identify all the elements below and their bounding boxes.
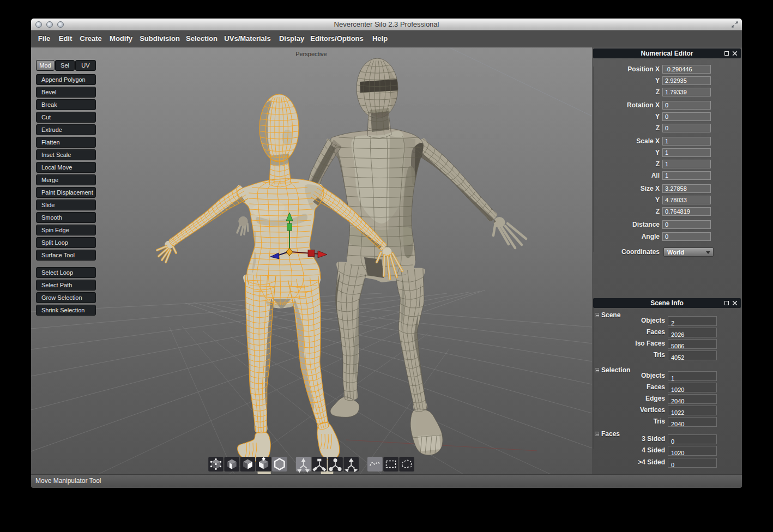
svg-text:Perspective: Perspective	[295, 51, 327, 57]
